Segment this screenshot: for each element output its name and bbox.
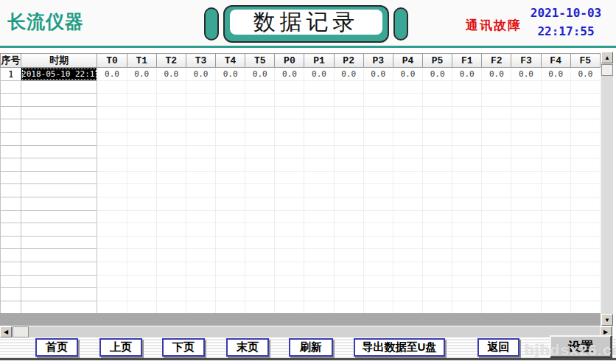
empty-cell [393, 145, 422, 158]
empty-cell [363, 210, 393, 223]
empty-cell [541, 106, 570, 119]
column-header-P3: P3 [363, 54, 393, 68]
empty-cell [97, 119, 127, 133]
prev-page-button[interactable]: 上页 [99, 338, 142, 357]
empty-cell [482, 106, 511, 119]
empty-cell [127, 145, 156, 158]
horizontal-scrollbar-thumb[interactable] [13, 326, 29, 337]
empty-cell [482, 171, 511, 184]
empty-cell [423, 171, 452, 184]
empty-cell [186, 288, 215, 301]
empty-cell [423, 94, 452, 107]
empty-cell [511, 301, 541, 313]
empty-cell [541, 80, 570, 94]
empty-cell [186, 184, 215, 197]
settings-button[interactable]: 设置 [550, 335, 612, 357]
empty-cell [1, 249, 21, 262]
empty-cell [423, 262, 452, 275]
first-page-button[interactable]: 首页 [35, 338, 78, 357]
empty-cell [186, 275, 215, 288]
refresh-button[interactable]: 刷新 [289, 338, 333, 357]
empty-cell [156, 171, 186, 184]
scroll-left-icon[interactable]: ◀ [0, 326, 12, 337]
empty-cell [423, 80, 452, 94]
column-header-P5: P5 [423, 54, 452, 68]
empty-cell [245, 94, 275, 107]
empty-cell [541, 262, 570, 275]
empty-cell [570, 119, 600, 133]
empty-cell [482, 236, 511, 249]
empty-cell [21, 94, 97, 107]
empty-cell [393, 80, 422, 94]
empty-cell [541, 301, 570, 313]
empty-cell [541, 132, 570, 145]
vertical-scrollbar-thumb[interactable] [601, 64, 613, 76]
empty-cell [21, 249, 97, 262]
empty-cell [363, 94, 393, 107]
empty-cell [452, 288, 482, 301]
empty-cell [304, 262, 334, 275]
value-cell: 0.0 [541, 68, 570, 81]
empty-cell [304, 223, 334, 237]
export-to-usb-button[interactable]: 导出数据至U盘 [354, 338, 445, 357]
horizontal-scrollbar-track[interactable] [0, 326, 613, 337]
selected-timestamp-cell[interactable]: 2018-05-10 22:17:29 [21, 68, 97, 81]
value-cell: 0.0 [304, 68, 334, 81]
empty-cell [570, 80, 600, 94]
last-page-button[interactable]: 末页 [226, 338, 269, 357]
empty-cell [186, 301, 215, 313]
empty-cell [304, 145, 334, 158]
value-cell: 0.0 [245, 68, 275, 81]
empty-cell [511, 158, 541, 172]
empty-cell [570, 171, 600, 184]
datetime-display: 2021-10-03 22:17:55 [520, 4, 612, 41]
table-row[interactable]: 12018-05-10 22:17:290.00.00.00.00.00.00.… [1, 68, 601, 81]
empty-cell [245, 197, 275, 210]
empty-cell [304, 80, 334, 94]
empty-cell [452, 301, 482, 313]
empty-cell [570, 210, 600, 223]
scroll-up-icon[interactable]: ▲ [601, 52, 613, 63]
back-button[interactable]: 返回 [477, 338, 519, 357]
empty-cell [423, 223, 452, 237]
empty-table-row [1, 236, 601, 249]
empty-cell [216, 94, 245, 107]
time-text: 22:17:55 [520, 22, 612, 41]
empty-cell [423, 197, 452, 210]
empty-cell [127, 288, 156, 301]
empty-cell [452, 145, 482, 158]
empty-table-row [1, 145, 601, 158]
empty-cell [452, 210, 482, 223]
empty-cell [541, 236, 570, 249]
empty-cell [156, 94, 186, 107]
empty-cell [393, 236, 422, 249]
column-header-P1: P1 [304, 54, 334, 68]
empty-cell [393, 119, 422, 133]
empty-cell [21, 288, 97, 301]
empty-cell [482, 145, 511, 158]
empty-table-row [1, 80, 601, 94]
column-header-T2: T2 [156, 54, 186, 68]
column-header-T0: T0 [97, 54, 127, 68]
data-record-table-wrap: 序号时期T0T1T2T3T4T5P0P1P2P3P4P5F1F2F3F4F512… [0, 53, 601, 313]
empty-cell [245, 158, 275, 172]
empty-cell [541, 197, 570, 210]
scroll-down-icon[interactable]: ▼ [601, 314, 613, 326]
empty-cell [541, 145, 570, 158]
vertical-scrollbar-track[interactable] [601, 52, 613, 326]
empty-cell [216, 80, 245, 94]
empty-cell [127, 158, 156, 172]
empty-cell [156, 158, 186, 172]
empty-cell [482, 223, 511, 237]
empty-cell [570, 223, 600, 237]
empty-cell [127, 106, 156, 119]
empty-cell [363, 249, 393, 262]
value-cell: 0.0 [363, 68, 393, 81]
empty-cell [570, 197, 600, 210]
empty-cell [304, 94, 334, 107]
next-page-button[interactable]: 下页 [162, 338, 205, 357]
empty-cell [423, 210, 452, 223]
empty-cell [97, 145, 127, 158]
empty-cell [275, 184, 304, 197]
empty-cell [452, 197, 482, 210]
